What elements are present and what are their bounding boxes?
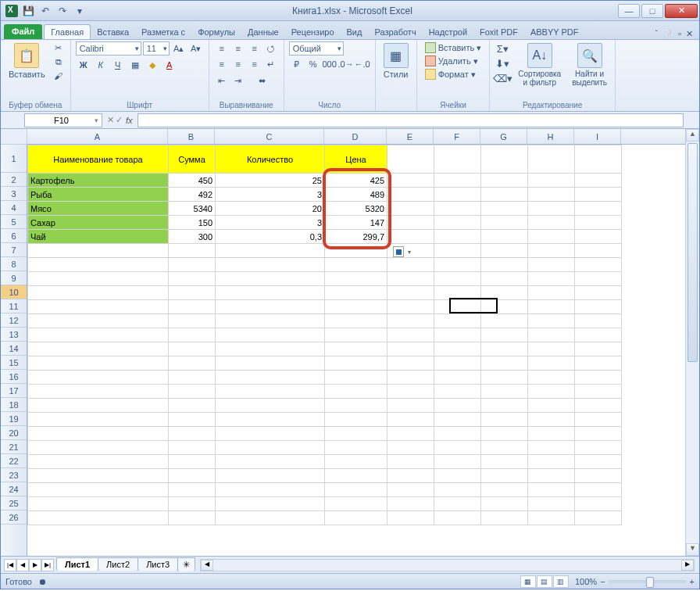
cell-F13[interactable] xyxy=(434,328,481,342)
cut-button[interactable]: ✂ xyxy=(52,41,66,54)
cell-I15[interactable] xyxy=(575,356,622,371)
cell-D6[interactable]: 299,7 xyxy=(325,230,388,244)
minimize-button[interactable]: — xyxy=(618,4,640,18)
cell-B15[interactable] xyxy=(169,356,216,371)
row-header-12[interactable]: 12 xyxy=(1,313,27,328)
cell-E11[interactable] xyxy=(388,300,434,314)
row-header-13[interactable]: 13 xyxy=(1,328,27,342)
cell-F23[interactable] xyxy=(434,469,481,483)
help-icon[interactable]: ❔ xyxy=(662,29,673,39)
cell-D12[interactable] xyxy=(325,314,388,328)
cell-F15[interactable] xyxy=(434,356,481,371)
scroll-left-button[interactable]: ◀ xyxy=(201,560,213,571)
cell-C10[interactable] xyxy=(216,286,325,300)
cell-C13[interactable] xyxy=(216,328,325,342)
cell-G17[interactable] xyxy=(481,385,528,399)
column-header-F[interactable]: F xyxy=(434,129,480,144)
row-header-6[interactable]: 6 xyxy=(1,229,27,243)
cell-D4[interactable]: 5320 xyxy=(325,202,388,216)
cell-I21[interactable] xyxy=(575,441,622,455)
cell-D26[interactable] xyxy=(325,511,388,525)
vertical-scroll-thumb[interactable] xyxy=(688,143,698,362)
align-right-button[interactable]: ≡ xyxy=(247,57,262,71)
row-header-22[interactable]: 22 xyxy=(1,454,27,468)
cell-I13[interactable] xyxy=(575,328,622,342)
cell-E18[interactable] xyxy=(388,399,434,413)
cell-A19[interactable] xyxy=(28,413,169,427)
cell-styles-button[interactable]: ▦ Стили xyxy=(380,41,412,81)
cell-E17[interactable] xyxy=(388,385,434,399)
cell-D19[interactable] xyxy=(325,413,388,427)
cell-G3[interactable] xyxy=(481,188,528,202)
cell-E6[interactable] xyxy=(388,230,434,244)
page-layout-view-button[interactable]: ▤ xyxy=(537,575,552,588)
cell-H2[interactable] xyxy=(528,174,575,188)
cell-E22[interactable] xyxy=(388,455,434,469)
row-header-8[interactable]: 8 xyxy=(1,257,27,271)
formula-input[interactable] xyxy=(138,113,684,127)
wrap-text-button[interactable]: ↵ xyxy=(263,57,279,71)
cell-D22[interactable] xyxy=(325,455,388,469)
cell-H22[interactable] xyxy=(528,455,575,469)
ribbon-minimize-icon[interactable]: ˇ xyxy=(655,29,658,39)
sheet-tab-1[interactable]: Лист1 xyxy=(56,557,98,571)
cell-G1[interactable] xyxy=(481,145,528,174)
cell-H1[interactable] xyxy=(528,145,575,174)
cell-C14[interactable] xyxy=(216,342,325,356)
align-center-button[interactable]: ≡ xyxy=(230,57,246,71)
cell-D10[interactable] xyxy=(325,286,388,300)
tab-file[interactable]: Файл xyxy=(4,24,42,39)
cell-I22[interactable] xyxy=(575,455,622,469)
cell-A15[interactable] xyxy=(28,356,169,371)
cell-D5[interactable]: 147 xyxy=(325,216,388,230)
italic-button[interactable]: К xyxy=(93,58,109,72)
cell-I10[interactable] xyxy=(575,286,622,300)
cell-C9[interactable] xyxy=(216,272,325,286)
tab-developer[interactable]: Разработч xyxy=(368,25,422,39)
cell-I12[interactable] xyxy=(575,314,622,328)
tab-home[interactable]: Главная xyxy=(44,24,91,39)
cell-D8[interactable] xyxy=(325,258,388,272)
cell-D9[interactable] xyxy=(325,272,388,286)
new-sheet-button[interactable]: ✳ xyxy=(177,557,195,571)
cell-C18[interactable] xyxy=(216,399,325,413)
tab-formulas[interactable]: Формулы xyxy=(191,25,241,39)
cell-A4[interactable]: Мясо xyxy=(28,202,169,216)
cell-E3[interactable] xyxy=(388,188,434,202)
currency-button[interactable]: ₽ xyxy=(289,57,305,71)
cell-B22[interactable] xyxy=(169,455,216,469)
cell-A7[interactable] xyxy=(28,244,169,258)
qat-customize-button[interactable]: ▾ xyxy=(73,4,87,18)
percent-button[interactable]: % xyxy=(305,57,321,71)
cell-G8[interactable] xyxy=(481,258,528,272)
cell-H7[interactable] xyxy=(528,244,575,258)
tab-insert[interactable]: Вставка xyxy=(91,25,135,39)
cell-F26[interactable] xyxy=(434,511,481,525)
tab-page-layout[interactable]: Разметка с xyxy=(135,25,191,39)
cell-C19[interactable] xyxy=(216,413,325,427)
increase-indent-button[interactable]: ⇥ xyxy=(230,73,246,88)
cell-I11[interactable] xyxy=(575,300,622,314)
qat-save-button[interactable]: 💾 xyxy=(21,4,35,18)
cell-A6[interactable]: Чай xyxy=(28,230,169,244)
cell-A16[interactable] xyxy=(28,371,169,385)
tab-data[interactable]: Данные xyxy=(241,25,285,39)
zoom-slider[interactable] xyxy=(609,580,687,583)
cell-C25[interactable] xyxy=(216,497,325,511)
cell-E8[interactable] xyxy=(388,258,434,272)
find-select-button[interactable]: 🔍 Найти и выделить xyxy=(569,41,610,88)
cell-I23[interactable] xyxy=(575,469,622,483)
cell-H14[interactable] xyxy=(528,342,575,356)
name-box[interactable]: F10 xyxy=(24,113,102,127)
decrease-decimal-button[interactable]: ←.0 xyxy=(355,57,370,71)
cell-A10[interactable] xyxy=(28,286,169,300)
delete-cells-button[interactable]: Удалить▾ xyxy=(422,55,485,67)
cell-A21[interactable] xyxy=(28,441,169,455)
cell-G15[interactable] xyxy=(481,356,528,371)
cell-B19[interactable] xyxy=(169,413,216,427)
cell-I20[interactable] xyxy=(575,427,622,441)
cell-F1[interactable] xyxy=(434,145,481,174)
cell-E1[interactable] xyxy=(388,145,434,174)
format-painter-button[interactable]: 🖌 xyxy=(52,70,66,82)
cell-E15[interactable] xyxy=(388,356,434,371)
